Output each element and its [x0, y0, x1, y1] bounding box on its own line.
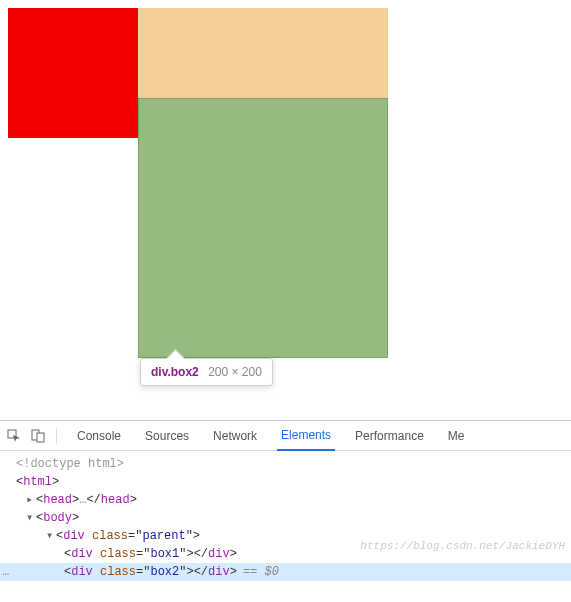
caret-down-icon[interactable]: ▾	[46, 527, 56, 545]
attr-val-parent: parent	[142, 529, 185, 543]
tag-html: html	[23, 475, 52, 489]
box1-red	[8, 8, 138, 138]
attr-class: class	[100, 547, 136, 561]
devtools-tabs: Console Sources Network Elements Perform…	[67, 421, 565, 451]
devtools-panel: Console Sources Network Elements Perform…	[0, 420, 571, 602]
dom-body-open[interactable]: ▾<body>	[0, 509, 571, 527]
attr-val-box2: box2	[150, 565, 179, 579]
tag-body: body	[43, 511, 72, 525]
dom-box1[interactable]: <div class="box1"></div>	[0, 545, 571, 563]
dom-doctype[interactable]: <!doctype html>	[0, 455, 571, 473]
tab-network[interactable]: Network	[209, 421, 261, 451]
tag-div-box2-close: div	[208, 565, 230, 579]
attr-class: class	[100, 565, 136, 579]
tag-head-open: head	[43, 493, 72, 507]
caret-down-icon[interactable]: ▾	[26, 509, 36, 527]
selection-suffix: == $0	[243, 565, 279, 579]
orange-box	[138, 8, 388, 98]
element-inspect-tooltip: div.box2 200 × 200	[140, 358, 273, 386]
inspect-element-icon[interactable]	[6, 428, 22, 444]
device-toolbar-icon[interactable]	[30, 428, 46, 444]
devtools-toolbar: Console Sources Network Elements Perform…	[0, 421, 571, 451]
dom-tree[interactable]: <!doctype html> <html> ▸<head>…</head> ▾…	[0, 451, 571, 581]
gutter-dots-icon[interactable]: …	[2, 563, 9, 581]
tooltip-dimensions: 200 × 200	[208, 365, 262, 379]
dom-parent-open[interactable]: ▾<div class="parent">	[0, 527, 571, 545]
tab-console[interactable]: Console	[73, 421, 125, 451]
tag-head-close: head	[101, 493, 130, 507]
page-viewport: div.box2 200 × 200	[0, 0, 571, 420]
svg-rect-2	[37, 433, 44, 442]
tab-memory-truncated[interactable]: Me	[444, 421, 469, 451]
attr-val-box1: box1	[150, 547, 179, 561]
tag-div-box1: div	[71, 547, 93, 561]
tag-div-box2: div	[71, 565, 93, 579]
attr-class: class	[92, 529, 128, 543]
tab-elements[interactable]: Elements	[277, 421, 335, 451]
box2-green-highlighted	[138, 98, 388, 358]
tab-performance[interactable]: Performance	[351, 421, 428, 451]
dom-box2-selected[interactable]: …<div class="box2"></div>== $0	[0, 563, 571, 581]
caret-right-icon[interactable]: ▸	[26, 491, 36, 509]
tooltip-selector: div.box2	[151, 365, 199, 379]
toolbar-separator	[56, 428, 57, 444]
head-ellipsis: …	[79, 493, 86, 507]
dom-head[interactable]: ▸<head>…</head>	[0, 491, 571, 509]
dom-html-open[interactable]: <html>	[0, 473, 571, 491]
tag-div-parent: div	[63, 529, 85, 543]
tag-div-box1-close: div	[208, 547, 230, 561]
tab-sources[interactable]: Sources	[141, 421, 193, 451]
